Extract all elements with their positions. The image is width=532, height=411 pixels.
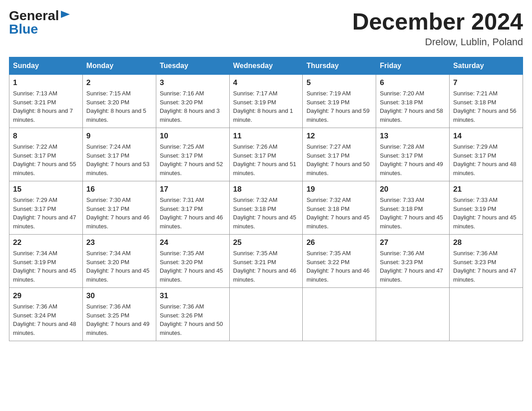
day-info: Sunrise: 7:25 AMSunset: 3:17 PMDaylight:… xyxy=(160,142,226,177)
table-row xyxy=(229,288,303,341)
logo-flag-icon xyxy=(60,10,72,21)
table-row: 24 Sunrise: 7:35 AMSunset: 3:20 PMDaylig… xyxy=(156,235,229,288)
table-row: 16 Sunrise: 7:30 AMSunset: 3:17 PMDaylig… xyxy=(82,181,156,235)
day-number: 17 xyxy=(160,185,226,194)
day-number: 28 xyxy=(453,238,519,247)
day-number: 5 xyxy=(306,78,372,87)
table-row: 29 Sunrise: 7:36 AMSunset: 3:24 PMDaylig… xyxy=(9,288,83,341)
day-info: Sunrise: 7:28 AMSunset: 3:17 PMDaylight:… xyxy=(380,142,446,177)
day-number: 3 xyxy=(160,78,226,87)
table-row: 27 Sunrise: 7:36 AMSunset: 3:23 PMDaylig… xyxy=(376,235,450,288)
day-info: Sunrise: 7:34 AMSunset: 3:20 PMDaylight:… xyxy=(86,249,152,284)
table-row xyxy=(376,288,450,341)
table-row: 3 Sunrise: 7:16 AMSunset: 3:20 PMDayligh… xyxy=(156,75,229,128)
day-number: 12 xyxy=(306,132,372,141)
day-number: 4 xyxy=(233,78,299,87)
day-number: 14 xyxy=(453,132,519,141)
day-info: Sunrise: 7:13 AMSunset: 3:21 PMDaylight:… xyxy=(13,89,79,124)
day-number: 29 xyxy=(13,291,79,300)
day-info: Sunrise: 7:33 AMSunset: 3:18 PMDaylight:… xyxy=(380,196,446,231)
day-info: Sunrise: 7:36 AMSunset: 3:23 PMDaylight:… xyxy=(380,249,446,284)
col-monday: Monday xyxy=(82,57,156,75)
table-row: 12 Sunrise: 7:27 AMSunset: 3:17 PMDaylig… xyxy=(303,128,376,181)
table-row: 10 Sunrise: 7:25 AMSunset: 3:17 PMDaylig… xyxy=(156,128,229,181)
logo-blue-text: Blue xyxy=(9,22,38,36)
day-number: 15 xyxy=(13,185,79,194)
table-row: 7 Sunrise: 7:21 AMSunset: 3:18 PMDayligh… xyxy=(450,75,523,128)
table-row: 13 Sunrise: 7:28 AMSunset: 3:17 PMDaylig… xyxy=(376,128,450,181)
day-info: Sunrise: 7:16 AMSunset: 3:20 PMDaylight:… xyxy=(160,89,226,124)
day-info: Sunrise: 7:35 AMSunset: 3:20 PMDaylight:… xyxy=(160,249,226,284)
day-number: 19 xyxy=(306,185,372,194)
table-row: 8 Sunrise: 7:22 AMSunset: 3:17 PMDayligh… xyxy=(9,128,83,181)
table-row: 22 Sunrise: 7:34 AMSunset: 3:19 PMDaylig… xyxy=(9,235,83,288)
day-info: Sunrise: 7:29 AMSunset: 3:17 PMDaylight:… xyxy=(453,142,519,177)
col-sunday: Sunday xyxy=(9,57,83,75)
day-number: 9 xyxy=(86,132,152,141)
table-row: 4 Sunrise: 7:17 AMSunset: 3:19 PMDayligh… xyxy=(229,75,303,128)
col-wednesday: Wednesday xyxy=(229,57,303,75)
col-tuesday: Tuesday xyxy=(156,57,229,75)
day-number: 31 xyxy=(160,291,226,300)
day-number: 1 xyxy=(13,78,79,87)
day-number: 7 xyxy=(453,78,519,87)
table-row: 21 Sunrise: 7:33 AMSunset: 3:19 PMDaylig… xyxy=(450,181,523,235)
day-info: Sunrise: 7:22 AMSunset: 3:17 PMDaylight:… xyxy=(13,142,79,177)
table-row xyxy=(303,288,376,341)
calendar-week-row: 1 Sunrise: 7:13 AMSunset: 3:21 PMDayligh… xyxy=(9,75,523,128)
day-info: Sunrise: 7:24 AMSunset: 3:17 PMDaylight:… xyxy=(86,142,152,177)
logo: General Blue xyxy=(9,9,72,36)
day-number: 22 xyxy=(13,238,79,247)
day-info: Sunrise: 7:36 AMSunset: 3:26 PMDaylight:… xyxy=(160,302,226,337)
table-row: 31 Sunrise: 7:36 AMSunset: 3:26 PMDaylig… xyxy=(156,288,229,341)
day-number: 20 xyxy=(380,185,446,194)
day-number: 27 xyxy=(380,238,446,247)
svg-marker-0 xyxy=(61,11,70,18)
title-area: December 2024 Drelow, Lublin, Poland xyxy=(352,9,523,48)
day-info: Sunrise: 7:17 AMSunset: 3:19 PMDaylight:… xyxy=(233,89,299,124)
day-number: 21 xyxy=(453,185,519,194)
table-row: 5 Sunrise: 7:19 AMSunset: 3:19 PMDayligh… xyxy=(303,75,376,128)
day-number: 13 xyxy=(380,132,446,141)
day-info: Sunrise: 7:19 AMSunset: 3:19 PMDaylight:… xyxy=(306,89,372,124)
day-number: 8 xyxy=(13,132,79,141)
day-info: Sunrise: 7:27 AMSunset: 3:17 PMDaylight:… xyxy=(306,142,372,177)
calendar-week-row: 29 Sunrise: 7:36 AMSunset: 3:24 PMDaylig… xyxy=(9,288,523,341)
table-row: 9 Sunrise: 7:24 AMSunset: 3:17 PMDayligh… xyxy=(82,128,156,181)
table-row: 17 Sunrise: 7:31 AMSunset: 3:17 PMDaylig… xyxy=(156,181,229,235)
day-number: 2 xyxy=(86,78,152,87)
day-info: Sunrise: 7:21 AMSunset: 3:18 PMDaylight:… xyxy=(453,89,519,124)
day-number: 26 xyxy=(306,238,372,247)
day-info: Sunrise: 7:29 AMSunset: 3:17 PMDaylight:… xyxy=(13,196,79,231)
day-info: Sunrise: 7:36 AMSunset: 3:25 PMDaylight:… xyxy=(86,302,152,337)
table-row: 28 Sunrise: 7:36 AMSunset: 3:23 PMDaylig… xyxy=(450,235,523,288)
day-number: 18 xyxy=(233,185,299,194)
day-number: 30 xyxy=(86,291,152,300)
table-row: 20 Sunrise: 7:33 AMSunset: 3:18 PMDaylig… xyxy=(376,181,450,235)
table-row: 1 Sunrise: 7:13 AMSunset: 3:21 PMDayligh… xyxy=(9,75,83,128)
day-info: Sunrise: 7:31 AMSunset: 3:17 PMDaylight:… xyxy=(160,196,226,231)
table-row: 19 Sunrise: 7:32 AMSunset: 3:18 PMDaylig… xyxy=(303,181,376,235)
day-number: 16 xyxy=(86,185,152,194)
table-row xyxy=(450,288,523,341)
day-info: Sunrise: 7:36 AMSunset: 3:24 PMDaylight:… xyxy=(13,302,79,337)
col-friday: Friday xyxy=(376,57,450,75)
day-info: Sunrise: 7:32 AMSunset: 3:18 PMDaylight:… xyxy=(306,196,372,231)
table-row: 30 Sunrise: 7:36 AMSunset: 3:25 PMDaylig… xyxy=(82,288,156,341)
day-info: Sunrise: 7:26 AMSunset: 3:17 PMDaylight:… xyxy=(233,142,299,177)
table-row: 11 Sunrise: 7:26 AMSunset: 3:17 PMDaylig… xyxy=(229,128,303,181)
table-row: 15 Sunrise: 7:29 AMSunset: 3:17 PMDaylig… xyxy=(9,181,83,235)
day-info: Sunrise: 7:33 AMSunset: 3:19 PMDaylight:… xyxy=(453,196,519,231)
table-row: 2 Sunrise: 7:15 AMSunset: 3:20 PMDayligh… xyxy=(82,75,156,128)
table-row: 23 Sunrise: 7:34 AMSunset: 3:20 PMDaylig… xyxy=(82,235,156,288)
day-number: 23 xyxy=(86,238,152,247)
day-info: Sunrise: 7:15 AMSunset: 3:20 PMDaylight:… xyxy=(86,89,152,124)
col-saturday: Saturday xyxy=(450,57,523,75)
table-row: 6 Sunrise: 7:20 AMSunset: 3:18 PMDayligh… xyxy=(376,75,450,128)
day-info: Sunrise: 7:34 AMSunset: 3:19 PMDaylight:… xyxy=(13,249,79,284)
day-info: Sunrise: 7:35 AMSunset: 3:21 PMDaylight:… xyxy=(233,249,299,284)
calendar-week-row: 15 Sunrise: 7:29 AMSunset: 3:17 PMDaylig… xyxy=(9,181,523,235)
day-info: Sunrise: 7:20 AMSunset: 3:18 PMDaylight:… xyxy=(380,89,446,124)
calendar-week-row: 8 Sunrise: 7:22 AMSunset: 3:17 PMDayligh… xyxy=(9,128,523,181)
col-thursday: Thursday xyxy=(303,57,376,75)
